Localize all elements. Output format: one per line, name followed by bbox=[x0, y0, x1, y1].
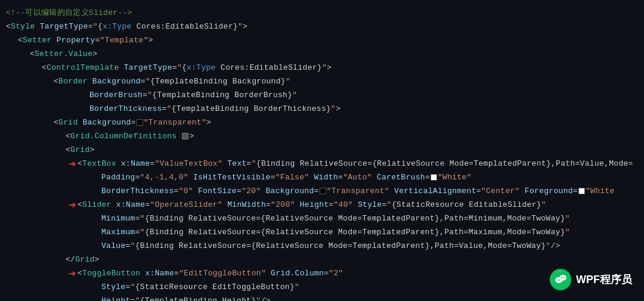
code-line-3: <Setter Property="Template"> bbox=[0, 33, 644, 47]
code-line-5: <ControlTemplate TargetType="{x:Type Cor… bbox=[0, 61, 644, 75]
code-line-11: <Grid> bbox=[0, 143, 644, 157]
watermark-label: WPF程序员 bbox=[576, 272, 632, 287]
code-line-8: BorderThickness="{TemplateBinding Border… bbox=[0, 102, 644, 116]
wechat-icon bbox=[550, 269, 571, 290]
code-line-15: ➜ <Slider x:Name="OperateSlider" MinWidt… bbox=[0, 198, 644, 212]
svg-point-3 bbox=[559, 280, 561, 281]
arrow-indicator-2: ➜ bbox=[69, 197, 76, 212]
code-line-7: BorderBrush="{TemplateBinding BorderBrus… bbox=[0, 88, 644, 102]
arrow-indicator-3: ➜ bbox=[69, 266, 76, 281]
code-line-19: </Grid> bbox=[0, 253, 644, 266]
watermark: WPF程序员 bbox=[550, 269, 632, 290]
code-line-9: <Grid Background="Transparent"> bbox=[0, 116, 644, 129]
code-line-16: Minimum="{Binding RelativeSource={Relati… bbox=[0, 212, 644, 225]
code-line-2: <Style TargetType="{x:Type Cores:Editabl… bbox=[0, 20, 644, 33]
code-line-14: BorderThickness="0" FontSize="20" Backgr… bbox=[0, 184, 644, 198]
code-line-6: <Border Background="{TemplateBinding Bac… bbox=[0, 75, 644, 88]
arrow-indicator-1: ➜ bbox=[69, 156, 76, 171]
code-line-17: Maximum="{Binding RelativeSource={Relati… bbox=[0, 225, 644, 239]
code-line-1: <!--可以编辑的自定义Slider--> bbox=[0, 6, 644, 20]
code-line-18: Value="{Binding RelativeSource={Relative… bbox=[0, 239, 644, 253]
code-line-13: Padding="4,-1,4,0" IsHitTestVisible="Fal… bbox=[0, 170, 644, 184]
svg-point-4 bbox=[561, 277, 562, 278]
code-line-20: ➜ <ToggleButton x:Name="EditToggleButton… bbox=[0, 266, 644, 280]
code-line-21: Style="{StaticResource EditToggleButton}… bbox=[0, 280, 644, 294]
svg-point-5 bbox=[564, 277, 565, 278]
code-comment: <!--可以编辑的自定义Slider--> bbox=[0, 7, 132, 19]
code-line-12: ➜ <TextBox x:Name="ValueTextBox" Text="{… bbox=[0, 157, 644, 170]
code-line-4: <Setter.Value> bbox=[0, 47, 644, 61]
code-line-10: <Grid.ColumnDefinitions > bbox=[0, 129, 644, 143]
code-line-22: Height="{TemplateBinding Height}"/> bbox=[0, 294, 644, 301]
code-container: <!--可以编辑的自定义Slider--> <Style TargetType=… bbox=[0, 0, 644, 301]
svg-point-2 bbox=[557, 280, 558, 281]
